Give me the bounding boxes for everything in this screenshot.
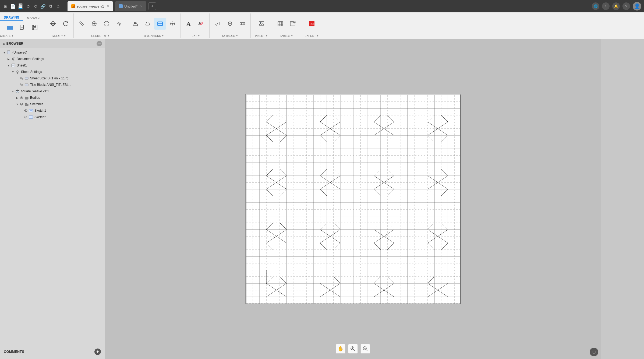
apps-icon[interactable]: ⊞	[3, 3, 8, 9]
add-comment-button[interactable]: +	[94, 349, 101, 355]
create-label[interactable]: CREATE ▼	[0, 34, 45, 38]
tab-close-2[interactable]: ✕	[140, 5, 143, 8]
svg-point-14	[94, 23, 95, 24]
save-icon[interactable]: 💾	[18, 3, 23, 9]
eye-off-icon-1[interactable]	[19, 76, 24, 80]
tool-bom[interactable]: 1	[287, 18, 299, 30]
tree-item-sheet-settings[interactable]: ▼ Sheet Settings	[0, 69, 105, 75]
tool-break[interactable]	[113, 18, 125, 30]
pan-tool-button[interactable]: ✋	[336, 344, 345, 354]
tool-dim-active[interactable]	[154, 18, 166, 30]
tool-text[interactable]: A	[183, 18, 195, 30]
manage-tab[interactable]: MANAGE	[23, 15, 45, 21]
tool-folder[interactable]	[4, 22, 16, 33]
expander-sketches[interactable]: ▼	[15, 102, 19, 106]
tree-item-bodies[interactable]: ▶ Bodies	[0, 94, 105, 101]
tool-move[interactable]	[47, 18, 59, 30]
tree-item-sketch1[interactable]: Sketch1	[0, 107, 105, 114]
file-icon[interactable]: 📄	[10, 3, 16, 9]
tool-circle[interactable]	[101, 18, 112, 30]
user-count-badge[interactable]: 1	[602, 2, 610, 10]
tables-label[interactable]: TABLES ▼	[280, 34, 293, 38]
home-nav-icon[interactable]: ⌂	[55, 3, 61, 9]
expander-sheet1[interactable]: ▼	[6, 63, 11, 68]
symbols-group: SYMBOLS ▼	[210, 13, 251, 38]
browser-close-button[interactable]: —	[97, 41, 102, 46]
globe-icon[interactable]: 🌐	[592, 2, 599, 10]
link-icon[interactable]: 🔗	[40, 3, 46, 9]
svg-point-15	[104, 21, 109, 26]
export-label[interactable]: EXPORT ▼	[305, 34, 319, 38]
canvas-bottom-toolbar: ✋	[336, 344, 370, 354]
tool-export-pdf[interactable]: PDF	[306, 18, 318, 30]
tool-gdt[interactable]	[236, 18, 248, 30]
tool-image[interactable]	[256, 18, 267, 30]
tree-item-sheet-size[interactable]: Sheet Size: B (17in x 11in)	[0, 75, 105, 82]
tool-new[interactable]	[16, 22, 28, 33]
svg-rect-35	[240, 23, 245, 25]
tree-label-bodies: Bodies	[30, 96, 40, 100]
tree-item-square-weave[interactable]: ▼ square_weave v1:1	[0, 88, 105, 94]
tree-item-sheet1[interactable]: ▼ Sheet1	[0, 62, 105, 69]
expander-unsaved[interactable]: ▼	[2, 50, 6, 55]
geometry-label[interactable]: GEOMETRY ▼	[91, 34, 109, 38]
tree-label-square-weave: square_weave v1:1	[21, 89, 49, 93]
tab-close-1[interactable]: ✕	[107, 5, 109, 8]
tool-dim-linear[interactable]: 6.0	[129, 18, 141, 30]
browser-back-icon[interactable]: «	[3, 41, 5, 46]
svg-text:A: A	[186, 20, 191, 27]
separator	[64, 2, 64, 10]
expander-bodies[interactable]: ▶	[15, 96, 19, 100]
expander-doc-settings[interactable]: ▶	[6, 57, 11, 61]
zoom-out-button[interactable]	[360, 344, 370, 354]
svg-point-64	[26, 110, 26, 111]
insert-label[interactable]: INSERT ▼	[255, 34, 268, 38]
text-label[interactable]: TEXT ▼	[190, 34, 200, 38]
drawing-tab[interactable]: DRAWING	[0, 15, 23, 21]
svg-rect-5	[33, 28, 36, 30]
tree-item-sketch2[interactable]: Sketch2	[0, 114, 105, 120]
expander-sheet-settings[interactable]: ▼	[11, 70, 15, 74]
tool-text-edit[interactable]: A	[195, 18, 207, 30]
eye-icon-bodies[interactable]	[19, 96, 24, 100]
undo-icon[interactable]: ↺	[25, 3, 31, 9]
tables-arrow-icon: ▼	[291, 35, 293, 37]
tree-item-unsaved[interactable]: ▼ (Unsaved)	[0, 49, 105, 56]
tool-dim-aligned[interactable]	[142, 18, 154, 30]
tool-table[interactable]	[274, 18, 286, 30]
user-avatar[interactable]: 👤	[633, 2, 641, 10]
tool-save[interactable]	[29, 22, 41, 33]
tool-hatch[interactable]	[76, 18, 88, 30]
tab-untitled[interactable]: Untitled* ✕	[115, 1, 146, 11]
tool-datum[interactable]	[224, 18, 236, 30]
dimensions-label[interactable]: DIMENSIONS ▼	[144, 34, 164, 38]
folder-icon-bodies	[24, 95, 29, 100]
tool-checkmark[interactable]	[212, 18, 224, 30]
tool-rotate[interactable]	[59, 18, 71, 30]
tree-item-doc-settings[interactable]: ▶ Document Settings	[0, 56, 105, 62]
tool-dim-4[interactable]	[167, 18, 178, 30]
symbols-label[interactable]: SYMBOLS ▼	[222, 34, 238, 38]
redo-icon[interactable]: ↻	[33, 3, 38, 9]
copy-icon[interactable]: ⧉	[48, 3, 53, 9]
eye-off-icon-2[interactable]	[19, 83, 24, 87]
zoom-in-button[interactable]	[348, 344, 358, 354]
canvas-area[interactable]: ✋ ⬡	[105, 39, 601, 359]
svg-point-68	[26, 117, 26, 118]
modify-label[interactable]: MODIFY ▼	[52, 34, 66, 38]
expander-square-weave[interactable]: ▼	[11, 89, 15, 93]
tree-item-title-block[interactable]: Title Block: ANSI_TITLEBL...	[0, 82, 105, 88]
eye-icon-sketch2[interactable]	[24, 115, 28, 119]
new-tab-button[interactable]: +	[148, 2, 156, 10]
modify-group: MODIFY ▼	[45, 13, 74, 38]
tab-square-weave[interactable]: square_weave v1 ✕	[68, 1, 113, 11]
text-arrow-icon: ▼	[198, 35, 200, 37]
bell-icon[interactable]: 🔔	[612, 2, 620, 10]
corner-status-icon[interactable]: ⬡	[590, 348, 598, 356]
help-icon[interactable]: ?	[622, 2, 630, 10]
eye-icon-sketches[interactable]	[19, 102, 24, 106]
eye-icon-sketch1[interactable]	[24, 108, 28, 113]
tree-item-sketches[interactable]: ▼ Sketches	[0, 101, 105, 107]
geometry-arrow-icon: ▼	[107, 35, 109, 37]
tool-center-mark[interactable]	[88, 18, 100, 30]
